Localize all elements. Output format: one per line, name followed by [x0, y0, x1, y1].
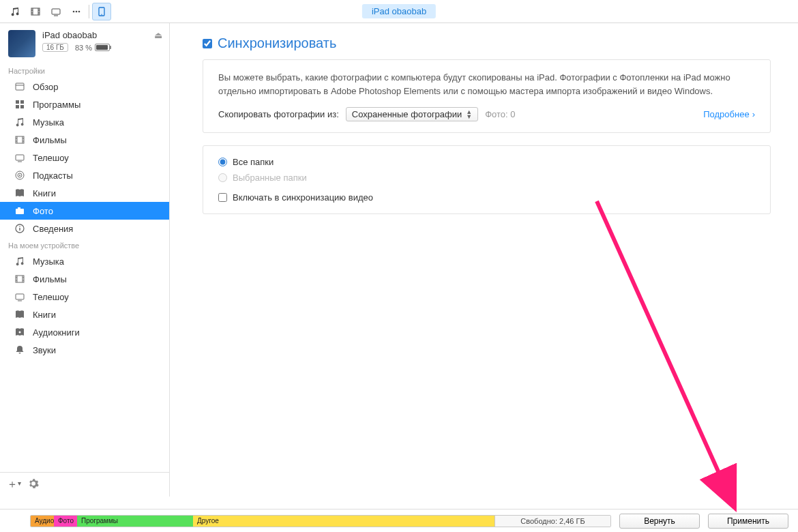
include-video-checkbox[interactable]: Включать в синхронизацию видео: [218, 192, 755, 203]
apply-button[interactable]: Применить: [708, 514, 788, 529]
storage-segment-Другое: Другое: [193, 516, 355, 527]
top-toolbar: iPad obaobab: [0, 0, 798, 23]
svg-rect-19: [18, 207, 20, 209]
media-music-tab[interactable]: [5, 3, 25, 20]
svg-point-21: [19, 226, 20, 227]
sidebar-item-label: Книги: [33, 188, 56, 198]
storage-segment-Фото: Фото: [54, 516, 77, 527]
film-icon: [14, 134, 26, 145]
settings-gear-icon[interactable]: [28, 478, 39, 491]
audiobook-icon: [14, 327, 26, 338]
sidebar-item-apps[interactable]: Программы: [0, 95, 169, 113]
section-header-settings: Настройки: [0, 63, 169, 78]
sidebar-item-label: Фильмы: [33, 274, 67, 284]
sidebar-item-photos[interactable]: Фото: [0, 202, 169, 220]
sidebar-item-d-tones[interactable]: Звуки: [0, 341, 169, 359]
music-icon: [14, 256, 26, 267]
svg-rect-13: [16, 155, 24, 160]
storage-bar: АудиоФотоПрограммыДругоеСвободно: 2,46 Г…: [30, 515, 611, 527]
sidebar: iPad obaobab ⏏ 16 ГБ 83 % Настройки Обзо…: [0, 23, 170, 497]
camera-icon: [14, 205, 26, 216]
sidebar-item-label: Телешоу: [33, 153, 69, 163]
eject-icon[interactable]: ⏏: [154, 30, 162, 40]
sidebar-item-label: Аудиокниги: [33, 327, 80, 338]
svg-rect-1: [52, 9, 60, 14]
book-icon: [14, 188, 26, 198]
sync-heading: Синхронизировать: [218, 35, 336, 51]
storage-segment-Аудио: Аудио: [31, 516, 54, 527]
overview-icon: [14, 81, 26, 92]
device-thumbnail: [8, 30, 35, 57]
add-button[interactable]: ＋▾: [7, 477, 21, 492]
bottom-bar: АудиоФотоПрограммыДругоеСвободно: 2,46 Г…: [0, 509, 798, 532]
book-icon: [14, 309, 26, 320]
folder-options-panel: Все папки Выбранные папки Включать в син…: [203, 145, 771, 214]
sync-checkbox[interactable]: [203, 39, 212, 48]
device-header: iPad obaobab ⏏ 16 ГБ 83 %: [0, 23, 169, 63]
media-movies-tab[interactable]: [26, 3, 45, 20]
sidebar-item-tv[interactable]: Телешоу: [0, 149, 169, 166]
sidebar-item-movies[interactable]: Фильмы: [0, 131, 169, 149]
learn-more-link[interactable]: Подробнее ›: [703, 109, 755, 119]
storage-segment-Программы: Программы: [77, 516, 193, 527]
sync-description-panel: Вы можете выбрать, какие фотографии с ко…: [203, 59, 771, 133]
sidebar-item-label: Телешоу: [33, 292, 69, 302]
sidebar-item-d-books[interactable]: Книги: [0, 306, 169, 323]
bell-icon: [14, 344, 26, 355]
sidebar-item-label: Музыка: [33, 256, 64, 267]
svg-point-24: [19, 331, 21, 334]
music-icon: [14, 117, 26, 128]
svg-point-16: [19, 175, 20, 176]
section-header-on-device: На моем устройстве: [0, 237, 169, 252]
device-name: iPad obaobab: [42, 30, 97, 40]
window-title-pill: iPad obaobab: [362, 4, 436, 18]
device-tab[interactable]: [92, 3, 111, 20]
sidebar-item-label: Обзор: [33, 82, 59, 92]
sidebar-item-music[interactable]: Музыка: [0, 113, 169, 131]
svg-rect-7: [16, 83, 24, 90]
sidebar-item-label: Музыка: [33, 117, 64, 128]
svg-point-6: [101, 14, 102, 14]
photo-count: Фото: 0: [485, 109, 515, 119]
svg-rect-23: [16, 294, 24, 299]
storage-free: Свободно: 2,46 ГБ: [494, 516, 610, 527]
sidebar-item-overview[interactable]: Обзор: [0, 78, 169, 95]
content-area: Синхронизировать Вы можете выбрать, каки…: [170, 23, 798, 497]
sidebar-item-d-audiobooks[interactable]: Аудиокниги: [0, 323, 169, 341]
sidebar-item-info[interactable]: Сведения: [0, 220, 169, 237]
info-icon: [14, 223, 26, 234]
separator: [89, 5, 89, 18]
revert-button[interactable]: Вернуть: [619, 514, 700, 529]
sidebar-item-podcasts[interactable]: Подкасты: [0, 166, 169, 184]
apps-icon: [14, 99, 26, 110]
sidebar-item-books[interactable]: Книги: [0, 184, 169, 202]
podcast-icon: [14, 170, 26, 181]
sync-description: Вы можете выбрать, какие фотографии с ко…: [218, 71, 755, 98]
radio-selected-folders: Выбранные папки: [218, 173, 755, 183]
storage-segment-other-tail: [355, 516, 494, 527]
sidebar-item-label: Программы: [33, 100, 80, 110]
svg-rect-8: [16, 100, 19, 104]
sidebar-item-d-music[interactable]: Музыка: [0, 252, 169, 270]
sidebar-item-label: Фото: [33, 206, 53, 216]
copy-from-label: Скопировать фотографии из:: [218, 109, 339, 119]
sidebar-item-d-tv[interactable]: Телешоу: [0, 288, 169, 306]
tv-icon: [14, 291, 26, 302]
sidebar-item-label: Подкасты: [33, 171, 73, 181]
battery-indicator: 83 %: [75, 44, 110, 52]
chevron-right-icon: ›: [752, 109, 755, 119]
sidebar-item-label: Звуки: [33, 345, 56, 355]
radio-all-folders[interactable]: Все папки: [218, 157, 755, 167]
photo-source-select[interactable]: Сохраненные фотографии ▲▼: [346, 107, 478, 121]
sidebar-item-d-movies[interactable]: Фильмы: [0, 270, 169, 288]
more-menu[interactable]: [67, 3, 86, 20]
svg-point-3: [76, 10, 78, 12]
svg-point-18: [18, 210, 22, 213]
chevron-updown-icon: ▲▼: [466, 110, 472, 119]
svg-rect-10: [16, 105, 19, 108]
sidebar-item-label: Книги: [33, 310, 56, 320]
svg-rect-11: [20, 105, 24, 108]
svg-rect-9: [20, 100, 24, 104]
media-tv-tab[interactable]: [46, 3, 65, 20]
svg-point-4: [78, 10, 80, 12]
